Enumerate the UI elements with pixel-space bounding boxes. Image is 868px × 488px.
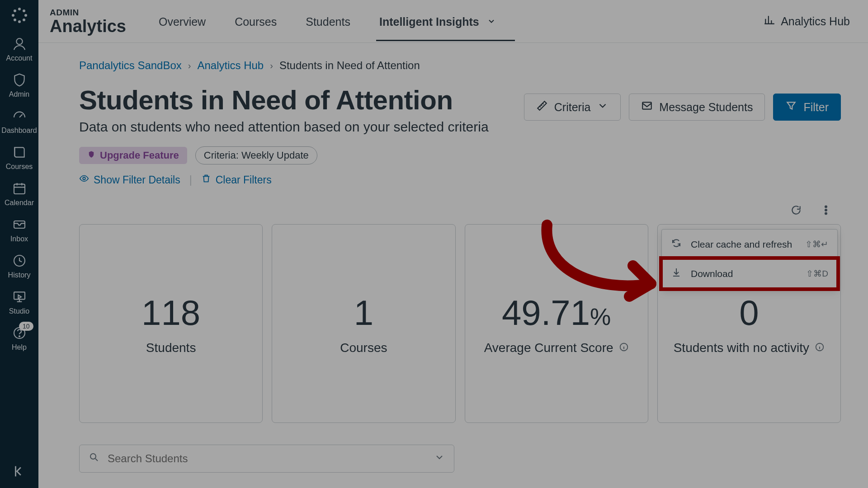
tab-insights-label: Intelligent Insights [379,15,479,28]
nav-label: Account [6,54,33,62]
upgrade-label: Upgrade Feature [100,150,179,161]
tab-courses[interactable]: Courses [234,12,278,31]
nav-label: Studio [9,307,29,315]
analytics-hub-link[interactable]: Analytics Hub [764,14,850,28]
tab-insights[interactable]: Intelligent Insights [378,12,497,31]
criteria-chip[interactable]: Criteria: Weekly Update [195,146,317,164]
page-actions: Criteria Message Students Filter [524,94,841,121]
chevron-down-icon [597,100,609,114]
annotation-arrow [515,216,687,315]
nav-admin[interactable]: Admin [0,72,38,99]
tab-overview[interactable]: Overview [158,12,207,31]
info-icon[interactable] [619,341,629,355]
card-courses: 1 Courses [272,224,455,423]
top-tabs: Overview Courses Students Intelligent In… [158,12,497,31]
clock-icon [12,253,27,268]
nav-label: Help [12,343,27,352]
card-menu: Clear cache and refresh ⇧⌘↵ Download ⇧⌘D [661,229,838,289]
nav-help[interactable]: 10 Help [0,325,38,352]
chevron-down-icon[interactable] [434,452,445,465]
search-students[interactable] [79,445,454,473]
brand-big: Analytics [50,18,126,35]
info-icon[interactable] [815,341,825,355]
user-icon [12,36,27,52]
svg-point-17 [825,206,827,207]
menu-clear-cache[interactable]: Clear cache and refresh ⇧⌘↵ [662,230,837,259]
filter-icon [785,100,797,114]
chevron-right-icon: › [188,61,191,71]
filter-button[interactable]: Filter [773,94,841,121]
divider: | [189,174,192,186]
chips: Upgrade Feature Criteria: Weekly Update [79,146,841,164]
nav-label: Admin [9,90,29,99]
svg-point-7 [23,19,25,21]
stat-cards: 118 Students 1 Courses 49.71% Average Cu… [79,224,841,423]
nav-courses[interactable]: Courses [0,145,38,171]
stat-value: 0 [739,292,759,333]
show-filter-details[interactable]: Show Filter Details [79,174,180,186]
help-icon: 10 [12,325,27,341]
stat-label: Average Current Score [484,341,629,355]
main: ADMIN Analytics Overview Courses Student… [38,0,868,488]
nav-label: Calendar [5,199,34,207]
bar-chart-icon [764,14,775,28]
stat-value: 1 [354,292,373,333]
search-input[interactable] [108,452,426,465]
help-badge: 10 [19,322,33,331]
message-label: Message Students [659,101,753,114]
svg-rect-15 [643,102,652,109]
upgrade-chip[interactable]: Upgrade Feature [79,147,187,164]
nav-label: History [8,271,31,279]
message-students-button[interactable]: Message Students [629,94,765,121]
nav-inbox[interactable]: Inbox [0,217,38,243]
stat-value: 118 [142,292,200,333]
nav-dashboard[interactable]: Dashboard [0,108,38,135]
app-logo[interactable] [9,5,30,26]
show-filter-label: Show Filter Details [94,174,180,186]
menu-label: Clear cache and refresh [691,239,792,250]
nav-studio[interactable]: Studio [0,289,38,315]
nav-label: Dashboard [1,127,37,135]
svg-point-22 [90,454,96,459]
clear-filters[interactable]: Clear Filters [201,174,272,186]
tab-students[interactable]: Students [305,12,351,31]
svg-point-16 [83,177,85,180]
svg-point-3 [24,14,27,17]
stat-label: Courses [340,341,387,355]
refresh-icon[interactable] [790,204,802,218]
presentation-icon [12,289,27,305]
more-icon[interactable] [820,204,832,218]
nav-history[interactable]: History [0,253,38,279]
eye-icon [79,174,89,186]
svg-point-0 [18,8,21,10]
shield-icon [87,150,95,161]
chevron-right-icon: › [270,61,273,71]
page-title: Students in Need of Attention [79,84,489,116]
topbar: ADMIN Analytics Overview Courses Student… [38,0,868,43]
clear-filters-label: Clear Filters [216,174,272,186]
nav-collapse[interactable] [0,464,38,479]
nav-label: Inbox [10,235,28,243]
svg-point-18 [825,209,827,211]
crumb-hub[interactable]: Analytics Hub [197,59,264,72]
nav-account[interactable]: Account [0,36,38,62]
svg-point-14 [19,336,19,337]
nav-calendar[interactable]: Calendar [0,181,38,207]
svg-point-6 [14,19,16,21]
filter-links: Show Filter Details | Clear Filters [79,174,841,186]
stat-label: Students [146,341,196,355]
mail-icon [641,100,653,114]
brand-small: ADMIN [50,8,126,18]
calendar-icon [12,181,27,196]
content: Pandalytics SandBox › Analytics Hub › St… [38,43,868,473]
menu-shortcut: ⇧⌘↵ [805,239,828,249]
svg-point-19 [825,213,827,215]
menu-label: Download [691,268,733,279]
svg-point-2 [12,14,14,17]
stat-label: Students with no activity [674,341,825,355]
crumb-sandbox[interactable]: Pandalytics SandBox [79,59,182,72]
menu-download[interactable]: Download ⇧⌘D [662,259,837,288]
criteria-button[interactable]: Criteria [524,94,621,121]
svg-rect-9 [14,184,25,194]
search-icon [89,452,99,465]
